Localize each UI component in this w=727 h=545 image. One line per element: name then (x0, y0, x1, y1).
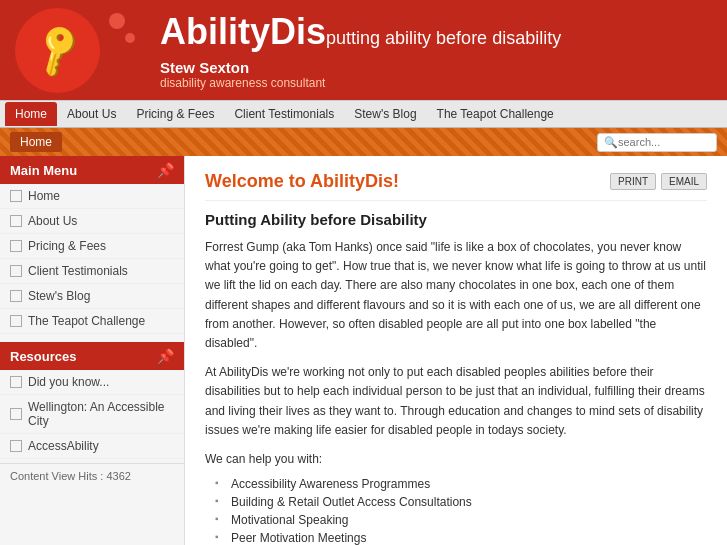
print-button[interactable]: PRINT (610, 173, 656, 190)
checkbox-home (10, 190, 22, 202)
navbar: Home About Us Pricing & Fees Client Test… (0, 100, 727, 128)
logo-dot-small (125, 33, 135, 43)
checkbox-about (10, 215, 22, 227)
sidebar-item-didyouknow[interactable]: Did you know... (0, 370, 184, 395)
sidebar-label-blog: Stew's Blog (28, 289, 90, 303)
help-intro: We can help you with: (205, 450, 707, 469)
search-box[interactable]: 🔍 (597, 133, 717, 152)
logo-dot-large (109, 13, 125, 29)
nav-about[interactable]: About Us (57, 102, 126, 126)
content-paragraph1: Forrest Gump (aka Tom Hanks) once said "… (205, 238, 707, 353)
checkbox-wellington (10, 408, 22, 420)
welcome-title: Welcome to AbilityDis! (205, 171, 605, 192)
sidebar-item-accessability[interactable]: AccessAbility (0, 434, 184, 459)
person-title: disability awareness consultant (160, 76, 561, 90)
email-button[interactable]: EMAIL (661, 173, 707, 190)
nav-pricing[interactable]: Pricing & Fees (126, 102, 224, 126)
sidebar-item-wellington[interactable]: Wellington: An Accessible City (0, 395, 184, 434)
content-view-counter: Content View Hits : 4362 (0, 463, 184, 488)
breadcrumb-bar: Home 🔍 (0, 128, 727, 156)
sidebar-label-about: About Us (28, 214, 77, 228)
sidebar-label-wellington: Wellington: An Accessible City (28, 400, 174, 428)
resources-header: Resources 📌 (0, 342, 184, 370)
site-header: 🔑 AbilityDisputting ability before disab… (0, 0, 727, 100)
help-item-4: Peer Motivation Meetings (215, 529, 707, 545)
sidebar-label-testimonials: Client Testimonials (28, 264, 128, 278)
checkbox-blog (10, 290, 22, 302)
sidebar-item-pricing[interactable]: Pricing & Fees (0, 234, 184, 259)
checkbox-accessability (10, 440, 22, 452)
sidebar-label-accessability: AccessAbility (28, 439, 99, 453)
logo-circle: 🔑 (15, 8, 100, 93)
checkbox-didyouknow (10, 376, 22, 388)
sidebar-label-home: Home (28, 189, 60, 203)
site-name: AbilityDisputting ability before disabil… (160, 11, 561, 53)
sidebar-item-teapot[interactable]: The Teapot Challenge (0, 309, 184, 334)
content-header: Welcome to AbilityDis! PRINT EMAIL (205, 171, 707, 201)
sidebar-item-about[interactable]: About Us (0, 209, 184, 234)
content-paragraph2: At AbilityDis we're working not only to … (205, 363, 707, 440)
checkbox-teapot (10, 315, 22, 327)
breadcrumb[interactable]: Home (10, 132, 62, 152)
sidebar-item-testimonials[interactable]: Client Testimonials (0, 259, 184, 284)
sidebar-label-teapot: The Teapot Challenge (28, 314, 145, 328)
help-item-1: Accessibility Awareness Programmes (215, 475, 707, 493)
help-item-3: Motivational Speaking (215, 511, 707, 529)
help-section: We can help you with: Accessibility Awar… (205, 450, 707, 545)
search-input[interactable] (618, 136, 708, 148)
main-content: Welcome to AbilityDis! PRINT EMAIL Putti… (185, 156, 727, 545)
content-subtitle: Putting Ability before Disability (205, 211, 707, 228)
help-list: Accessibility Awareness Programmes Build… (215, 475, 707, 545)
sidebar-item-blog[interactable]: Stew's Blog (0, 284, 184, 309)
resources-pin-icon: 📌 (157, 348, 174, 364)
pin-icon: 📌 (157, 162, 174, 178)
sidebar-label-pricing: Pricing & Fees (28, 239, 106, 253)
sidebar-label-didyouknow: Did you know... (28, 375, 109, 389)
person-name: Stew Sexton (160, 59, 561, 76)
logo-area: 🔑 (15, 8, 145, 93)
site-title-block: AbilityDisputting ability before disabil… (145, 11, 561, 90)
resources-section: Resources 📌 Did you know... Wellington: … (0, 342, 184, 459)
nav-teapot[interactable]: The Teapot Challenge (427, 102, 564, 126)
checkbox-testimonials (10, 265, 22, 277)
sidebar-item-home[interactable]: Home (0, 184, 184, 209)
main-menu-header: Main Menu 📌 (0, 156, 184, 184)
checkbox-pricing (10, 240, 22, 252)
sidebar: Main Menu 📌 Home About Us Pricing & Fees… (0, 156, 185, 545)
site-tagline: putting ability before disability (326, 28, 561, 48)
search-icon: 🔍 (604, 136, 618, 149)
main-layout: Main Menu 📌 Home About Us Pricing & Fees… (0, 156, 727, 545)
nav-blog[interactable]: Stew's Blog (344, 102, 426, 126)
key-icon: 🔑 (26, 19, 89, 81)
nav-testimonials[interactable]: Client Testimonials (224, 102, 344, 126)
help-item-2: Building & Retail Outlet Access Consulta… (215, 493, 707, 511)
nav-home[interactable]: Home (5, 102, 57, 126)
